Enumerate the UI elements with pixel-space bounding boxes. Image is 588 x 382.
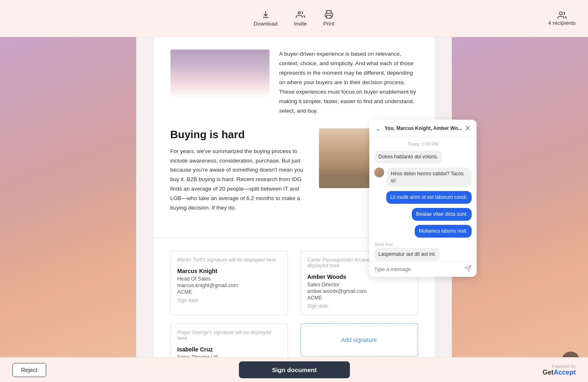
bottom-bar: Reject Sign document Powered by GetAccep… xyxy=(0,357,588,382)
buying-body: For years, we've summarized the buying p… xyxy=(170,147,309,213)
print-icon xyxy=(324,10,333,19)
chat-header-title: You, Marcus Knight, Amber Wo... xyxy=(385,125,465,131)
header-image xyxy=(170,50,269,99)
recipients-button[interactable]: 4 recipients xyxy=(548,11,576,26)
invite-button[interactable]: Invite xyxy=(294,10,307,27)
sig-placeholder-1: Martin Torff's signature will be display… xyxy=(177,257,281,263)
chat-sender-jane: Jane Fox xyxy=(374,242,472,247)
download-icon xyxy=(261,10,270,19)
chat-message-5: Mullamco laboris nisit. xyxy=(374,225,472,240)
main-layout: A buyer-driven experience is based on re… xyxy=(0,37,588,382)
powered-by: Powered by GetAccept xyxy=(543,364,576,376)
chat-avatar-2 xyxy=(374,167,384,177)
chat-collapse-button[interactable]: ⌄ xyxy=(375,124,381,133)
signature-box-1: Martin Torff's signature will be display… xyxy=(170,251,288,315)
chat-bubble-6: Laspernatur aut dit aut int. xyxy=(374,248,440,261)
chat-bubble-2: Hiros delon hemro calidol? Tacos si! xyxy=(387,167,472,187)
sig-placeholder-3: Roger George's signature will be display… xyxy=(177,330,281,341)
chat-header: ⌄ You, Marcus Knight, Amber Wo... ✕ xyxy=(369,120,477,137)
chat-timestamp: Today 1:00 PM xyxy=(374,141,472,146)
sig-name-3: Isabelle Cruz xyxy=(177,346,281,353)
cloud-illustration xyxy=(170,50,269,99)
chat-bubble-1: Dolres hablanto dol voloris. xyxy=(374,151,442,163)
buying-title: Buying is hard xyxy=(170,128,309,141)
print-label: Print xyxy=(324,21,335,27)
chat-message-input[interactable] xyxy=(374,266,461,272)
sig-company-1: ACME xyxy=(177,289,281,295)
sig-company-2: ACME xyxy=(307,295,411,301)
chat-send-button[interactable] xyxy=(464,265,472,274)
svg-rect-1 xyxy=(326,15,331,18)
svg-point-0 xyxy=(298,12,301,14)
chat-widget: ⌄ You, Marcus Knight, Amber Wo... ✕ Toda… xyxy=(369,120,477,277)
buying-text-block: Buying is hard For years, we've summariz… xyxy=(170,128,309,213)
download-label: Download xyxy=(254,21,278,27)
sig-date-2: Sign date xyxy=(307,303,411,309)
chat-message-2-row: Hiros delon hemro calidol? Tacos si! xyxy=(374,167,472,190)
powered-by-text: Powered by xyxy=(552,364,576,369)
sig-date-1: Sign date xyxy=(177,297,281,303)
doc-header-section: A buyer-driven experience is based on re… xyxy=(170,50,418,116)
sig-email-1: marcus.knight@gmail.com xyxy=(177,283,281,288)
reject-button[interactable]: Reject xyxy=(12,363,46,377)
sign-document-button[interactable]: Sign document xyxy=(239,361,349,378)
header-body-text: A buyer-driven experience is based on re… xyxy=(279,50,418,116)
svg-point-2 xyxy=(559,12,562,15)
chat-input-area xyxy=(369,261,477,277)
sig-role-2: Sales Director xyxy=(307,282,411,288)
send-icon xyxy=(464,265,472,272)
chat-message-1: Dolres hablanto dol voloris. xyxy=(374,151,472,166)
chat-body[interactable]: Today 1:00 PM Dolres hablanto dol volori… xyxy=(369,137,477,261)
invite-label: Invite xyxy=(294,21,307,27)
download-button[interactable]: Download xyxy=(254,10,278,27)
chat-message-6: Laspernatur aut dit aut int. xyxy=(374,248,472,261)
right-background: ⌄ You, Marcus Knight, Amber Wo... ✕ Toda… xyxy=(452,37,588,382)
invite-icon xyxy=(296,10,305,19)
toolbar-actions: Download Invite Print xyxy=(254,10,335,27)
sig-name-1: Marcus Knight xyxy=(177,268,281,274)
chat-bubble-5: Mullamco laboris nisit. xyxy=(415,225,472,238)
sig-role-1: Head Of Sales xyxy=(177,276,281,282)
recipients-count: 4 recipients xyxy=(548,20,576,26)
toolbar: Download Invite Print 4 recipients xyxy=(0,0,588,37)
sig-email-2: amber.woods@gmail.com xyxy=(307,288,411,294)
left-background xyxy=(0,37,136,382)
chat-bubble-3: Lit mollit anim id est laborum condi. xyxy=(386,191,472,204)
chat-message-3: Lit mollit anim id est laborum condi. xyxy=(374,191,472,206)
reject-label: Reject xyxy=(21,367,38,373)
chat-bubble-4: Beatae vitae dicta sunt. xyxy=(412,208,472,221)
print-button[interactable]: Print xyxy=(324,10,335,27)
chat-close-button[interactable]: ✕ xyxy=(465,124,471,133)
sign-label: Sign document xyxy=(272,366,316,373)
recipients-icon xyxy=(557,11,567,20)
chat-message-4: Beatae vitae dicta sunt. xyxy=(374,208,472,223)
getaccept-logo: GetAccept xyxy=(543,369,576,376)
add-signature-button[interactable]: Add signature xyxy=(300,323,418,356)
